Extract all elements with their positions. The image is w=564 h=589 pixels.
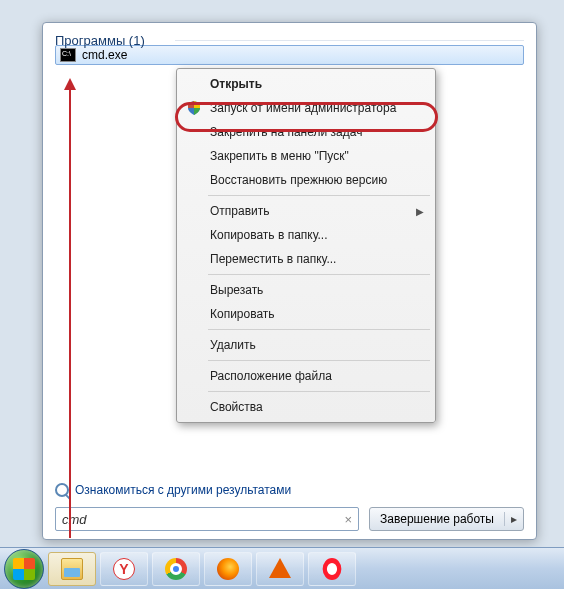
cmd-icon [60, 48, 76, 62]
ctx-copy[interactable]: Копировать [180, 302, 432, 326]
ctx-properties[interactable]: Свойства [180, 395, 432, 419]
start-button[interactable] [4, 549, 44, 589]
ctx-delete[interactable]: Удалить [180, 333, 432, 357]
taskbar: Y [0, 547, 564, 589]
shutdown-button[interactable]: Завершение работы ▸ [369, 507, 524, 531]
taskbar-firefox[interactable] [204, 552, 252, 586]
divider [208, 274, 430, 275]
divider [175, 40, 524, 41]
context-menu: Открыть Запуск от имени администратора З… [176, 68, 436, 423]
taskbar-explorer[interactable] [48, 552, 96, 586]
taskbar-yandex[interactable]: Y [100, 552, 148, 586]
ctx-pin-taskbar[interactable]: Закрепить на панели задач [180, 120, 432, 144]
ctx-copy-to[interactable]: Копировать в папку... [180, 223, 432, 247]
ctx-pin-start[interactable]: Закрепить в меню "Пуск" [180, 144, 432, 168]
vlc-icon [269, 558, 291, 578]
chrome-icon [165, 558, 187, 580]
more-results-link[interactable]: Ознакомиться с другими результатами [55, 483, 291, 497]
clear-search-button[interactable]: × [345, 512, 353, 527]
search-box[interactable]: × [55, 507, 359, 531]
search-input[interactable] [62, 512, 345, 527]
shield-icon [186, 100, 202, 116]
chevron-right-icon: ▶ [416, 206, 424, 217]
bottom-row: × Завершение работы ▸ [55, 507, 524, 531]
shutdown-label: Завершение работы [370, 512, 504, 526]
explorer-icon [61, 558, 83, 580]
more-results-label: Ознакомиться с другими результатами [75, 483, 291, 497]
divider [208, 195, 430, 196]
ctx-send-to[interactable]: Отправить▶ [180, 199, 432, 223]
ctx-run-as-admin[interactable]: Запуск от имени администратора [180, 96, 432, 120]
divider [208, 360, 430, 361]
program-label: cmd.exe [82, 48, 127, 62]
opera-icon [323, 558, 342, 580]
divider [208, 329, 430, 330]
ctx-move-to[interactable]: Переместить в папку... [180, 247, 432, 271]
taskbar-opera[interactable] [308, 552, 356, 586]
search-result-cmd[interactable]: cmd.exe [55, 45, 524, 65]
search-icon [55, 483, 69, 497]
shutdown-arrow-button[interactable]: ▸ [504, 512, 523, 526]
taskbar-vlc[interactable] [256, 552, 304, 586]
ctx-restore[interactable]: Восстановить прежнюю версию [180, 168, 432, 192]
taskbar-chrome[interactable] [152, 552, 200, 586]
firefox-icon [217, 558, 239, 580]
divider [208, 391, 430, 392]
ctx-open[interactable]: Открыть [180, 72, 432, 96]
yandex-icon: Y [113, 558, 135, 580]
ctx-cut[interactable]: Вырезать [180, 278, 432, 302]
ctx-file-location[interactable]: Расположение файла [180, 364, 432, 388]
